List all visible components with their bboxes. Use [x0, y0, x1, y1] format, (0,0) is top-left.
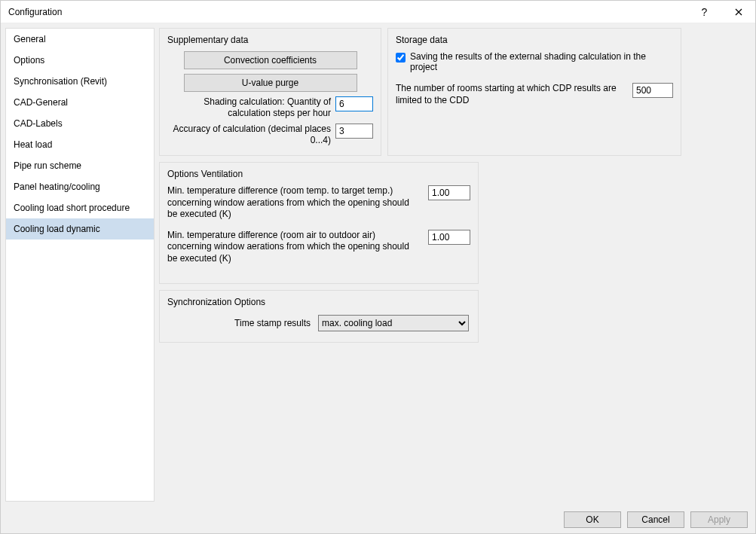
label-min-temp-diff-1: Min. temperature difference (room temp. … [167, 185, 421, 221]
window-title: Configuration [8, 7, 687, 17]
sidebar-item-cooling-dynamic[interactable]: Cooling load dynamic [6, 218, 154, 240]
group-title: Synchronization Options [167, 294, 470, 313]
content-area: General Options Synchronisation (Revit) … [1, 23, 755, 506]
apply-button[interactable]: Apply [690, 511, 748, 528]
sidebar-item-panel-heating[interactable]: Panel heating/cooling [6, 176, 154, 197]
sidebar-item-label: Options [14, 55, 44, 66]
label-shading-quantity: Shading calculation: Quantity of calcula… [167, 96, 331, 119]
sidebar-item-label: Cooling load dynamic [14, 224, 100, 234]
sidebar-item-cad-labels[interactable]: CAD-Labels [6, 113, 154, 134]
sidebar-item-label: Panel heating/cooling [14, 182, 100, 192]
accuracy-input[interactable] [335, 124, 373, 139]
label-rooms-limit: The number of rooms starting at which CD… [396, 83, 625, 106]
storage-save-label: Saving the results of the external shadi… [410, 51, 673, 72]
sidebar-item-options[interactable]: Options [6, 50, 154, 71]
sidebar-item-pipe-run[interactable]: Pipe run scheme [6, 155, 154, 176]
group-sync-options: Synchronization Options Time stamp resul… [159, 290, 479, 343]
shading-quantity-input[interactable] [335, 96, 373, 111]
min-temp-diff-1-input[interactable] [428, 185, 470, 200]
sidebar-item-label: CAD-General [14, 97, 68, 108]
main-panel: Supplementary data Convection coefficien… [159, 28, 751, 502]
storage-save-checkbox[interactable] [396, 53, 406, 63]
sidebar-item-heat-load[interactable]: Heat load [6, 134, 154, 155]
group-title: Supplementary data [167, 32, 373, 51]
group-title: Options Ventilation [167, 166, 470, 185]
sidebar-item-sync-revit[interactable]: Synchronisation (Revit) [6, 71, 154, 92]
config-dialog: Configuration ? General Options Synchron… [0, 0, 756, 534]
footer: OK Cancel Apply [1, 506, 755, 533]
label-min-temp-diff-2: Min. temperature difference (room air to… [167, 230, 421, 265]
sidebar-item-label: Pipe run scheme [14, 160, 81, 171]
min-temp-diff-2-input[interactable] [428, 230, 470, 245]
close-icon [735, 8, 742, 16]
sidebar: General Options Synchronisation (Revit) … [5, 28, 155, 502]
sidebar-item-cooling-short[interactable]: Cooling load short procedure [6, 197, 154, 218]
sidebar-item-cad-general[interactable]: CAD-General [6, 92, 154, 113]
cancel-button[interactable]: Cancel [627, 511, 684, 528]
sidebar-item-label: Heat load [14, 139, 52, 150]
sidebar-item-label: Cooling load short procedure [14, 203, 130, 213]
sidebar-item-general[interactable]: General [6, 29, 154, 50]
label-accuracy: Accuracy of calculation (decimal places … [167, 124, 331, 146]
convection-button[interactable]: Convection coefficients [184, 51, 357, 69]
help-button[interactable]: ? [687, 1, 721, 23]
sidebar-item-label: CAD-Labels [14, 118, 63, 129]
group-ventilation: Options Ventilation Min. temperature dif… [159, 162, 479, 284]
sidebar-item-label: General [14, 34, 46, 44]
group-supplementary: Supplementary data Convection coefficien… [159, 28, 381, 156]
label-timestamp: Time stamp results [167, 318, 311, 328]
ok-button[interactable]: OK [564, 511, 621, 528]
group-storage: Storage data Saving the results of the e… [387, 28, 681, 156]
group-title: Storage data [396, 32, 673, 51]
timestamp-select[interactable]: max. cooling load [318, 315, 469, 331]
close-button[interactable] [721, 1, 755, 23]
sidebar-item-label: Synchronisation (Revit) [14, 76, 107, 87]
top-row: Supplementary data Convection coefficien… [159, 28, 751, 156]
titlebar: Configuration ? [1, 1, 755, 23]
rooms-limit-input[interactable] [632, 83, 673, 98]
uvalue-purge-button[interactable]: U-value purge [184, 74, 357, 92]
